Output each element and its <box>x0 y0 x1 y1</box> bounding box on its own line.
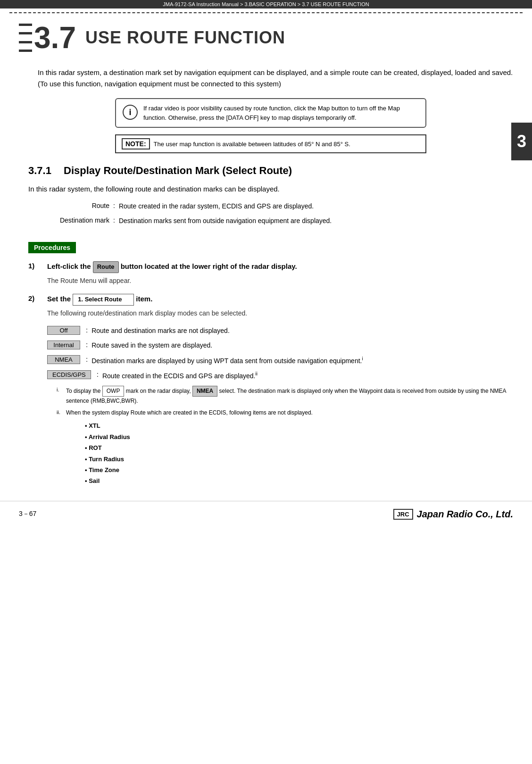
note-text: The user map function is available betwe… <box>154 141 350 148</box>
bullet-list: • XTL • Arrival Radius • ROT • Turn Radi… <box>85 420 513 486</box>
route-colon-2: : <box>113 216 115 224</box>
option-btn-internal: Internal <box>47 340 80 349</box>
footer-company: Japan Radio Co., Ltd. <box>417 509 513 520</box>
jrc-logo: JRC <box>393 509 413 520</box>
proc-content-2: Set the 1. Select Route item. The follow… <box>47 293 513 318</box>
proc-step-2: 2) Set the 1. Select Route item. The fol… <box>28 293 513 318</box>
breadcrumb: JMA-9172-SA Instruction Manual > 3.BASIC… <box>0 0 532 8</box>
fn-label-i: i. <box>57 386 66 394</box>
section-371-body: In this radar system, the following rout… <box>28 183 513 195</box>
procedures-badge: Procedures <box>28 242 76 253</box>
note-box: NOTE: The user map function is available… <box>115 134 426 153</box>
option-btn-ecdis: ECDIS/GPS <box>47 370 91 379</box>
option-row-ecdis: ECDIS/GPS : Route created in the ECDIS a… <box>47 370 513 381</box>
main-content: In this radar system, a destination mark… <box>28 67 513 487</box>
route-row-2: Destination mark : Destination marks sen… <box>38 216 523 226</box>
route-table: Route : Route created in the radar syste… <box>38 201 523 226</box>
route-desc-2: Destination marks sent from outside navi… <box>119 216 523 226</box>
route-colon-1: : <box>113 201 115 209</box>
owp-badge: OWP <box>102 386 125 397</box>
route-label-1: Route <box>38 201 113 209</box>
proc-main-1-suffix: button located at the lower right of the… <box>119 262 297 270</box>
footer: 3－67 JRC Japan Radio Co., Ltd. <box>0 501 532 527</box>
footnote-i: i. To display the OWP mark on the radar … <box>57 386 513 406</box>
proc-content-1: Left-click the Route button located at t… <box>47 261 513 286</box>
chapter-line-4 <box>19 50 32 52</box>
proc-main-1-prefix: Left-click the <box>47 262 93 270</box>
option-row-off: Off : Route and destination marks are no… <box>47 326 513 336</box>
note-label: NOTE: <box>122 138 150 149</box>
bullet-timezone: • Time Zone <box>85 465 513 475</box>
option-desc-ecdis: Route created in the ECDIS and GPS are d… <box>102 370 513 381</box>
chapter-number-box: 3.7 <box>19 23 76 53</box>
option-btn-off: Off <box>47 326 80 335</box>
select-route-input[interactable]: 1. Select Route <box>73 294 134 306</box>
proc-sub-1: The Route Menu will appear. <box>47 276 513 286</box>
bullet-xtl: • XTL <box>85 420 513 431</box>
footer-logo: JRC Japan Radio Co., Ltd. <box>393 509 513 520</box>
bullet-rot: • ROT <box>85 442 513 453</box>
chapter-number: 3.7 <box>34 23 76 53</box>
proc-num-2: 2) <box>28 293 47 302</box>
footnotes: i. To display the OWP mark on the radar … <box>57 386 513 487</box>
bullet-arrival: • Arrival Radius <box>85 432 513 442</box>
info-icon: i <box>123 105 138 120</box>
chapter-lines <box>19 24 32 52</box>
proc-num-1: 1) <box>28 261 47 270</box>
intro-paragraph: In this radar system, a destination mark… <box>38 67 513 90</box>
proc-step-1: 1) Left-click the Route button located a… <box>28 261 513 286</box>
proc-main-2-prefix: Set the <box>47 295 73 303</box>
option-btn-nmea: NMEA <box>47 355 80 364</box>
chapter-header: 3.7 USE ROUTE FUNCTION <box>19 23 513 53</box>
chapter-title: USE ROUTE FUNCTION <box>85 28 285 48</box>
route-label-2: Destination mark <box>38 216 113 224</box>
footer-page: 3－67 <box>19 510 36 518</box>
option-desc-nmea: Destination marks are displayed by using… <box>91 355 513 366</box>
chapter-line-3 <box>19 41 32 43</box>
footnote-ii: ii. When the system display Route which … <box>57 408 513 417</box>
proc-main-1: Left-click the Route button located at t… <box>47 261 513 273</box>
chapter-line-2 <box>19 32 32 34</box>
route-row-1: Route : Route created in the radar syste… <box>38 201 523 211</box>
nmea-badge-fn: NMEA <box>192 386 217 397</box>
chapter-line-1 <box>19 24 32 26</box>
fn-text-i: To display the OWP mark on the radar dis… <box>66 386 513 406</box>
option-desc-off: Route and destination marks are not disp… <box>91 326 513 336</box>
section-371-heading: 3.7.1 Display Route/Destination Mark (Se… <box>28 165 513 177</box>
proc-sub-2: The following route/destination mark dis… <box>47 308 513 318</box>
info-box: i If radar video is poor visibility caus… <box>115 98 426 128</box>
option-colon-off: : <box>86 326 88 334</box>
fn-label-ii: ii. <box>57 408 66 417</box>
route-button[interactable]: Route <box>93 261 119 273</box>
chapter-tab: 3 <box>511 123 532 160</box>
options-list: Off : Route and destination marks are no… <box>47 326 513 381</box>
option-colon-ecdis: : <box>97 370 99 378</box>
option-desc-internal: Route saved in the system are displayed. <box>91 340 513 350</box>
info-text: If radar video is poor visibility caused… <box>143 104 419 122</box>
option-colon-internal: : <box>86 340 88 349</box>
option-row-internal: Internal : Route saved in the system are… <box>47 340 513 350</box>
option-row-nmea: NMEA : Destination marks are displayed b… <box>47 355 513 366</box>
fn-text-ii: When the system display Route which are … <box>66 408 513 417</box>
route-desc-1: Route created in the radar system, ECDIS… <box>119 201 523 211</box>
section-371-title: Display Route/Destination Mark (Select R… <box>64 165 292 176</box>
proc-main-2: Set the 1. Select Route item. <box>47 293 513 306</box>
dashed-divider <box>9 12 523 13</box>
bullet-turn: • Turn Radius <box>85 454 513 465</box>
proc-main-2-suffix: item. <box>134 295 152 303</box>
bullet-sail: • Sail <box>85 475 513 486</box>
section-371-number: 3.7.1 <box>28 165 51 176</box>
option-colon-nmea: : <box>86 355 88 363</box>
